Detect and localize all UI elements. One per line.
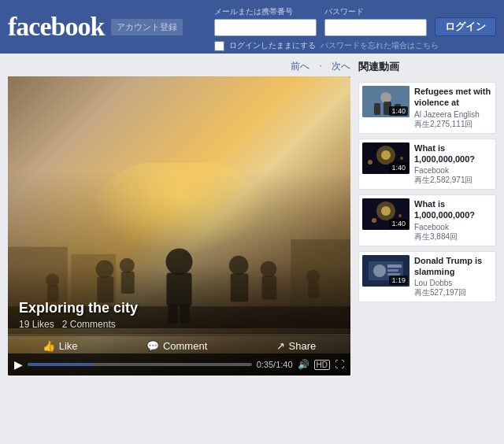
related-video-thumbnail: 1:19 xyxy=(362,255,410,287)
svg-rect-23 xyxy=(374,103,380,115)
thumb-duration-1: 1:40 xyxy=(389,106,408,116)
comment-icon: 💬 xyxy=(146,340,159,352)
email-input[interactable] xyxy=(214,19,317,36)
time-current: 0:35 xyxy=(257,360,273,369)
hd-badge: HD xyxy=(314,360,330,370)
related-video-title-2: What is 1,000,000,000? xyxy=(414,142,492,165)
logo-area: facebook アカウント登録 xyxy=(8,12,183,42)
svg-point-39 xyxy=(373,265,386,277)
video-section: 前へ ・ 次へ xyxy=(8,60,350,438)
progress-bar[interactable] xyxy=(28,363,252,366)
sidebar: 関連動画 1:40 Refugees met with violence at … xyxy=(358,60,496,438)
related-video-info-3: What is 1,000,000,000? Facebook 再生3,884回 xyxy=(414,198,492,242)
sidebar-title: 関連動画 xyxy=(358,60,496,74)
video-player[interactable]: Exploring the city 19 Likes 2 Comments 👍… xyxy=(8,76,350,376)
nav-separator: ・ xyxy=(316,60,325,73)
header-bottom-row: ログインしたままにする パスワードを忘れた場合はこちら xyxy=(214,40,496,51)
time-display: 0:35/1:40 xyxy=(257,360,293,369)
video-title-overlay: Exploring the city xyxy=(19,300,138,316)
main-content: 前へ ・ 次へ xyxy=(0,54,504,444)
related-video-info-2: What is 1,000,000,000? Facebook 再生2,582,… xyxy=(414,142,492,187)
share-label: Share xyxy=(289,340,317,352)
related-video-title-1: Refugees met with violence at xyxy=(414,86,492,109)
prev-link[interactable]: 前へ xyxy=(291,60,309,73)
related-video-title-3: What is 1,000,000,000? xyxy=(414,198,492,221)
related-video-item[interactable]: 1:19 Donald Trump is slamming Lou Dobbs … xyxy=(358,251,496,303)
svg-point-34 xyxy=(381,206,391,216)
svg-point-35 xyxy=(372,218,376,223)
account-register-button[interactable]: アカウント登録 xyxy=(110,18,183,36)
play-button[interactable]: ▶ xyxy=(14,358,23,371)
password-label: パスワード xyxy=(324,6,427,17)
progress-fill xyxy=(28,363,93,366)
svg-rect-40 xyxy=(387,265,402,268)
share-icon: ↗ xyxy=(276,340,285,352)
svg-point-20 xyxy=(90,163,269,276)
related-views-3: 再生3,884回 xyxy=(414,231,492,242)
thumb-duration-4: 1:19 xyxy=(389,276,408,285)
logo-text: facebook xyxy=(8,12,104,42)
comment-action-button[interactable]: 💬 Comment xyxy=(146,340,207,352)
video-likes: 19 Likes xyxy=(19,319,54,330)
svg-point-22 xyxy=(380,92,391,103)
volume-icon[interactable]: 🔊 xyxy=(298,359,309,370)
navigation-bar: 前へ ・ 次へ xyxy=(8,60,350,73)
remember-label: ログインしたままにする xyxy=(229,40,316,51)
password-input[interactable] xyxy=(324,19,427,36)
svg-point-36 xyxy=(398,214,402,217)
related-channel-2: Facebook xyxy=(414,166,492,175)
related-video-thumbnail: 1:40 xyxy=(362,142,410,174)
svg-point-28 xyxy=(381,150,391,160)
related-video-item[interactable]: 1:40 What is 1,000,000,000? Facebook 再生3… xyxy=(358,194,496,246)
next-link[interactable]: 次へ xyxy=(332,60,350,73)
related-views-1: 再生2,275,111回 xyxy=(414,119,492,130)
login-button[interactable]: ログイン xyxy=(435,17,496,36)
video-stats: 19 Likes 2 Comments xyxy=(19,319,116,330)
related-views-2: 再生2,582,971回 xyxy=(414,175,492,186)
remember-me-checkbox[interactable] xyxy=(214,41,224,51)
comment-label: Comment xyxy=(163,340,207,352)
header-top-row: メールまたは携帯番号 パスワード ログイン xyxy=(214,6,496,36)
svg-point-30 xyxy=(400,157,403,160)
share-action-button[interactable]: ↗ Share xyxy=(276,340,317,352)
related-channel-4: Lou Dobbs xyxy=(414,279,492,287)
related-video-thumbnail: 1:40 xyxy=(362,198,410,230)
like-icon: 👍 xyxy=(43,340,55,352)
related-channel-3: Facebook xyxy=(414,223,492,231)
thumb-duration-2: 1:40 xyxy=(389,163,408,172)
video-actions: 👍 Like 💬 Comment ↗ Share xyxy=(8,335,350,352)
video-background xyxy=(8,76,350,376)
related-video-info-4: Donald Trump is slamming Lou Dobbs 再生527… xyxy=(414,255,492,299)
email-field-group: メールまたは携帯番号 xyxy=(214,6,317,36)
like-label: Like xyxy=(59,340,78,352)
svg-rect-41 xyxy=(387,269,398,272)
related-video-thumbnail: 1:40 xyxy=(362,86,410,117)
related-video-info-1: Refugees met with violence at Al Jazeera… xyxy=(414,86,492,130)
like-action-button[interactable]: 👍 Like xyxy=(43,340,78,352)
email-label: メールまたは携帯番号 xyxy=(214,6,317,17)
password-field-group: パスワード xyxy=(324,6,427,36)
related-video-item[interactable]: 1:40 Refugees met with violence at Al Ja… xyxy=(358,82,496,134)
related-views-4: 再生527,197回 xyxy=(414,287,492,298)
svg-point-29 xyxy=(368,160,372,165)
related-channel-1: Al Jazeera English xyxy=(414,110,492,119)
related-video-title-4: Donald Trump is slamming xyxy=(414,255,492,278)
video-controls: ▶ 0:35/1:40 🔊 HD ⛶ xyxy=(8,353,350,376)
related-video-item[interactable]: 1:40 What is 1,000,000,000? Facebook 再生2… xyxy=(358,139,496,191)
fullscreen-button[interactable]: ⛶ xyxy=(335,359,344,370)
thumb-duration-3: 1:40 xyxy=(389,219,408,228)
forgot-password-link[interactable]: パスワードを忘れた場合はこちら xyxy=(321,40,439,51)
time-total: 1:40 xyxy=(276,360,292,369)
header: facebook アカウント登録 メールまたは携帯番号 パスワード ログイン ロ… xyxy=(0,0,504,54)
video-comments: 2 Comments xyxy=(62,319,116,330)
header-right: メールまたは携帯番号 パスワード ログイン ログインしたままにする パスワードを… xyxy=(214,6,496,51)
